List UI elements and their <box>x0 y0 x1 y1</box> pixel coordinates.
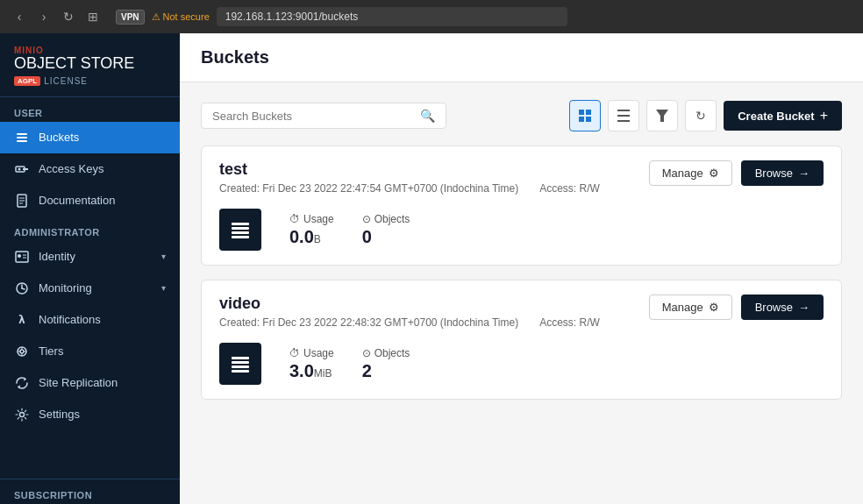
sidebar-item-label-settings: Settings <box>39 408 166 421</box>
svg-rect-25 <box>586 117 591 122</box>
stat-value-objects-test: 0 <box>362 227 410 247</box>
grid-button[interactable]: ⊞ <box>84 8 102 25</box>
identity-icon <box>14 249 30 265</box>
manage-gear-icon-video: ⚙ <box>709 301 719 314</box>
documentation-icon <box>14 193 30 209</box>
sidebar-item-label-buckets: Buckets <box>39 131 166 144</box>
svg-rect-27 <box>617 115 630 117</box>
sidebar-item-notifications[interactable]: λ Notifications <box>0 304 180 336</box>
svg-rect-11 <box>18 254 21 258</box>
sidebar-item-label-documentation: Documentation <box>39 194 166 207</box>
sidebar-item-label-site-replication: Site Replication <box>39 376 166 389</box>
filter-button[interactable] <box>646 100 678 131</box>
bucket-stats-video: ⏱ Usage 3.0MiB ⊙ Objects 2 <box>219 343 824 385</box>
sidebar-logo: MINIO OBJECT STORE AGPL LICENSE <box>0 33 180 97</box>
settings-icon <box>14 407 30 422</box>
bucket-storage-icon-test <box>219 209 261 251</box>
svg-point-21 <box>20 412 25 416</box>
notifications-icon: λ <box>14 312 30 328</box>
svg-rect-1 <box>17 137 27 138</box>
refresh-button[interactable]: ↻ <box>685 100 717 131</box>
browse-label-test: Browse <box>755 167 793 180</box>
stat-usage-test: ⏱ Usage 0.0B <box>289 213 334 247</box>
bucket-name-test: test <box>219 160 600 179</box>
manage-label-test: Manage <box>662 167 703 180</box>
manage-button-test[interactable]: Manage ⚙ <box>649 160 732 186</box>
bucket-access-test: Access: R/W <box>539 182 600 195</box>
sidebar-bottom: Subscription <box>0 479 180 504</box>
app-container: MINIO OBJECT STORE AGPL LICENSE User Buc… <box>0 33 863 504</box>
create-bucket-button[interactable]: Create Bucket + <box>724 101 842 131</box>
svg-point-16 <box>20 350 24 353</box>
sidebar-item-tiers[interactable]: Tiers <box>0 336 180 367</box>
stat-label-usage-video: ⏱ Usage <box>289 347 334 359</box>
logo-license: AGPL LICENSE <box>14 76 166 86</box>
svg-rect-32 <box>232 231 249 234</box>
bucket-actions-video: Manage ⚙ Browse → <box>649 295 824 320</box>
bucket-actions-test: Manage ⚙ Browse → <box>649 160 824 186</box>
stat-value-usage-video: 3.0MiB <box>289 361 334 381</box>
back-button[interactable]: ‹ <box>11 8 28 25</box>
reload-button[interactable]: ↻ <box>60 8 77 25</box>
svg-rect-0 <box>17 133 27 135</box>
bucket-card-header-video: video Created: Fri Dec 23 2022 22:48:32 … <box>219 295 824 329</box>
security-indicator: ⚠ Not secure <box>152 11 210 23</box>
sidebar-item-label-notifications: Notifications <box>39 313 166 326</box>
svg-rect-10 <box>16 252 28 262</box>
svg-marker-29 <box>656 110 668 122</box>
sidebar-item-label-identity: Identity <box>39 250 153 263</box>
vpn-badge: VPN <box>116 10 145 25</box>
stat-objects-video: ⊙ Objects 2 <box>362 347 410 381</box>
create-bucket-label: Create Bucket <box>738 110 814 123</box>
svg-point-5 <box>18 167 21 170</box>
stat-objects-test: ⊙ Objects 0 <box>362 213 410 247</box>
svg-rect-2 <box>17 140 27 142</box>
svg-rect-23 <box>586 110 591 115</box>
list-view-button[interactable] <box>608 100 639 131</box>
bucket-card-test: test Created: Fri Dec 23 2022 22:47:54 G… <box>201 146 842 266</box>
svg-rect-26 <box>617 110 630 111</box>
tiers-icon <box>14 344 30 359</box>
stat-value-objects-video: 2 <box>362 361 410 381</box>
sidebar-item-settings[interactable]: Settings <box>0 399 180 430</box>
bucket-card-video: video Created: Fri Dec 23 2022 22:48:32 … <box>201 280 842 400</box>
sidebar-item-buckets[interactable]: Buckets <box>0 122 180 153</box>
stat-label-objects-test: ⊙ Objects <box>362 213 410 225</box>
manage-gear-icon-test: ⚙ <box>709 167 719 180</box>
svg-rect-22 <box>579 110 584 115</box>
search-input[interactable] <box>212 110 413 123</box>
bucket-meta-test: Created: Fri Dec 23 2022 22:47:54 GMT+07… <box>219 182 600 195</box>
sidebar-item-label-access-keys: Access Keys <box>39 162 166 175</box>
browse-button-video[interactable]: Browse → <box>741 295 824 320</box>
svg-rect-35 <box>232 361 249 364</box>
browse-button-test[interactable]: Browse → <box>741 160 824 186</box>
bucket-meta-video: Created: Fri Dec 23 2022 22:48:32 GMT+07… <box>219 316 600 329</box>
sidebar: MINIO OBJECT STORE AGPL LICENSE User Buc… <box>0 33 180 504</box>
bucket-stats-test: ⏱ Usage 0.0B ⊙ Objects 0 <box>219 209 824 251</box>
bucket-name-video: video <box>219 295 600 313</box>
sidebar-item-access-keys[interactable]: Access Keys <box>0 153 180 185</box>
browse-arrow-icon-video: → <box>798 301 810 314</box>
subscription-section-header: Subscription <box>0 479 180 504</box>
svg-rect-28 <box>617 120 630 122</box>
bucket-access-video: Access: R/W <box>539 316 600 329</box>
sidebar-item-identity[interactable]: Identity ▾ <box>0 241 180 273</box>
create-bucket-plus-icon: + <box>820 108 828 124</box>
toolbar: 🔍 <box>201 100 842 131</box>
svg-rect-30 <box>232 223 249 225</box>
browser-chrome: ‹ › ↻ ⊞ VPN ⚠ Not secure 192.168.1.123:9… <box>0 0 863 33</box>
address-bar[interactable]: 192.168.1.123:9001/buckets <box>217 7 567 26</box>
stat-usage-video: ⏱ Usage 3.0MiB <box>289 347 334 381</box>
browse-arrow-icon-test: → <box>798 167 810 180</box>
user-section-header: User <box>0 97 180 122</box>
forward-button[interactable]: › <box>35 8 53 25</box>
svg-rect-36 <box>232 366 249 368</box>
stat-label-usage-test: ⏱ Usage <box>289 213 334 225</box>
manage-button-video[interactable]: Manage ⚙ <box>649 295 732 320</box>
stat-value-usage-test: 0.0B <box>289 227 334 247</box>
access-keys-icon <box>14 161 30 177</box>
sidebar-item-monitoring[interactable]: Monitoring ▾ <box>0 273 180 304</box>
sidebar-item-site-replication[interactable]: Site Replication <box>0 367 180 399</box>
grid-view-button[interactable] <box>569 100 601 131</box>
sidebar-item-documentation[interactable]: Documentation <box>0 185 180 217</box>
